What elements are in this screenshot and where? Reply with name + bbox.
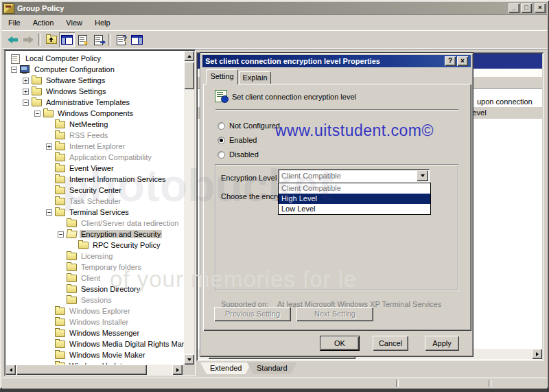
- plus-box-icon[interactable]: +: [23, 89, 29, 95]
- show-description-button[interactable]: [129, 32, 145, 47]
- tree-item[interactable]: Windows Installer: [5, 316, 184, 327]
- tree-item[interactable]: −Administrative Templates: [5, 97, 184, 108]
- chevron-down-icon[interactable]: [417, 170, 428, 181]
- minimize-button[interactable]: _: [509, 3, 519, 13]
- tree-item[interactable]: Licensing: [5, 251, 184, 262]
- tree-item[interactable]: Windows Movie Maker: [5, 349, 184, 360]
- scroll-up-icon[interactable]: [184, 51, 194, 61]
- previous-setting-button[interactable]: Previous Setting: [214, 307, 291, 321]
- window-title: Group Policy: [17, 4, 507, 12]
- expand-toggle[interactable]: +: [23, 89, 32, 95]
- tree-item[interactable]: Windows Explorer: [5, 305, 184, 316]
- tree-item-label: RSS Feeds: [68, 131, 109, 139]
- collapse-toggle[interactable]: −: [58, 231, 67, 238]
- view-tab-extended[interactable]: Extended: [200, 362, 251, 374]
- up-one-level-button[interactable]: [43, 32, 59, 47]
- properties-button[interactable]: [75, 32, 91, 47]
- tree-item[interactable]: −Terminal Services: [5, 207, 184, 218]
- scroll-left-icon[interactable]: [5, 365, 16, 375]
- next-setting-button[interactable]: Next Setting: [296, 307, 373, 321]
- scroll-right-icon[interactable]: [532, 349, 542, 359]
- menu-help[interactable]: Help: [89, 16, 117, 29]
- encryption-level-combobox[interactable]: Client Compatible: [278, 169, 430, 183]
- apply-button[interactable]: Apply: [425, 336, 459, 351]
- tree-item[interactable]: +Internet Explorer: [5, 141, 184, 152]
- menu-file[interactable]: File: [2, 16, 27, 29]
- minus-box-icon[interactable]: −: [11, 67, 17, 73]
- radio-button-icon[interactable]: [218, 122, 225, 130]
- tree-item[interactable]: Task Scheduler: [5, 196, 184, 207]
- tree-item[interactable]: +Software Settings: [5, 75, 184, 86]
- tree-item[interactable]: Temporary folders: [5, 262, 184, 273]
- tree-item[interactable]: Security Center: [5, 185, 184, 196]
- tree-hscroll-thumb[interactable]: [16, 365, 147, 375]
- tree-item[interactable]: −Computer Configuration: [5, 64, 184, 75]
- tab-setting[interactable]: Setting: [206, 69, 238, 84]
- dialog-help-button[interactable]: ?: [445, 56, 456, 66]
- radio-label: Disabled: [229, 150, 259, 159]
- close-button[interactable]: ×: [535, 3, 546, 13]
- menu-action[interactable]: Action: [27, 16, 60, 29]
- radio-not-configured[interactable]: Not Configured: [218, 121, 280, 130]
- folder-icon: [78, 241, 89, 249]
- cancel-button[interactable]: Cancel: [373, 336, 408, 351]
- back-arrow-button[interactable]: [5, 32, 21, 47]
- tree-item[interactable]: Application Compatibility: [5, 152, 184, 163]
- plus-box-icon[interactable]: +: [46, 143, 52, 150]
- collapse-toggle[interactable]: −: [23, 100, 32, 106]
- menu-view[interactable]: View: [60, 16, 89, 29]
- radio-button-icon[interactable]: [218, 151, 225, 159]
- dialog-titlebar[interactable]: Set client connection encryption level P…: [202, 55, 471, 67]
- tree-item[interactable]: RPC Security Policy: [5, 240, 184, 251]
- tree-vertical-scrollbar[interactable]: [184, 51, 194, 365]
- tree-item[interactable]: Sessions: [5, 295, 184, 305]
- collapse-toggle[interactable]: −: [46, 209, 55, 216]
- tree-item[interactable]: Client/Server data redirection: [5, 218, 184, 229]
- ok-button[interactable]: OK: [320, 336, 360, 351]
- tree-item[interactable]: Client: [5, 273, 184, 284]
- scroll-right-icon[interactable]: [172, 365, 183, 375]
- collapse-toggle[interactable]: −: [34, 111, 43, 117]
- expand-toggle[interactable]: +: [23, 78, 32, 84]
- tree-item[interactable]: Local Computer Policy: [5, 53, 184, 64]
- tree-item[interactable]: Session Directory: [5, 284, 184, 295]
- help-button[interactable]: [113, 32, 129, 47]
- tree-item[interactable]: Event Viewer: [5, 163, 184, 174]
- tree-item-label: Event Viewer: [68, 164, 115, 172]
- screenshot-root: Group Policy _ □ × FileActionViewHelp Lo…: [0, 0, 549, 392]
- minus-box-icon[interactable]: −: [46, 209, 52, 216]
- dropdown-option[interactable]: High Level: [279, 194, 430, 204]
- tree-item[interactable]: Windows Messenger: [5, 327, 184, 338]
- uitstudent-watermark: www.uitstudent.com©: [275, 122, 434, 140]
- tree-item[interactable]: RSS Feeds: [5, 130, 184, 141]
- dropdown-option[interactable]: Low Level: [279, 204, 430, 214]
- tab-explain[interactable]: Explain: [239, 71, 271, 84]
- show-console-tree-button[interactable]: [59, 32, 75, 47]
- minus-box-icon[interactable]: −: [23, 100, 29, 106]
- tree-item[interactable]: Windows Media Digital Rights Man: [5, 338, 184, 349]
- collapse-toggle[interactable]: −: [11, 67, 20, 73]
- minus-box-icon[interactable]: −: [58, 231, 64, 238]
- expand-toggle[interactable]: +: [46, 143, 55, 150]
- dropdown-option[interactable]: Client Compatible: [279, 183, 430, 194]
- view-tab-standard[interactable]: Standard: [247, 362, 297, 374]
- tree-item[interactable]: −Windows Components: [5, 108, 184, 119]
- tree-item[interactable]: −Encryption and Security: [5, 229, 184, 240]
- tree-item[interactable]: NetMeeting: [5, 119, 184, 130]
- tree-vscroll-thumb[interactable]: [184, 62, 194, 89]
- radio-disabled[interactable]: Disabled: [218, 150, 259, 159]
- maximize-button[interactable]: □: [521, 3, 532, 13]
- plus-box-icon[interactable]: +: [23, 78, 29, 84]
- tree-item[interactable]: Internet Information Services: [5, 174, 184, 185]
- tree-item[interactable]: +Windows Settings: [5, 86, 184, 97]
- forward-arrow-button[interactable]: [21, 32, 36, 47]
- radio-enabled[interactable]: Enabled: [218, 135, 257, 145]
- tree-horizontal-scrollbar[interactable]: [5, 365, 183, 375]
- dialog-title: Set client connection encryption level P…: [205, 57, 443, 65]
- radio-button-icon[interactable]: [218, 137, 225, 144]
- minus-box-icon[interactable]: −: [34, 111, 40, 117]
- scroll-down-icon[interactable]: [184, 354, 194, 365]
- window-titlebar[interactable]: Group Policy _ □ ×: [2, 2, 547, 14]
- dialog-close-button[interactable]: ×: [457, 56, 468, 66]
- export-list-button[interactable]: [91, 32, 106, 47]
